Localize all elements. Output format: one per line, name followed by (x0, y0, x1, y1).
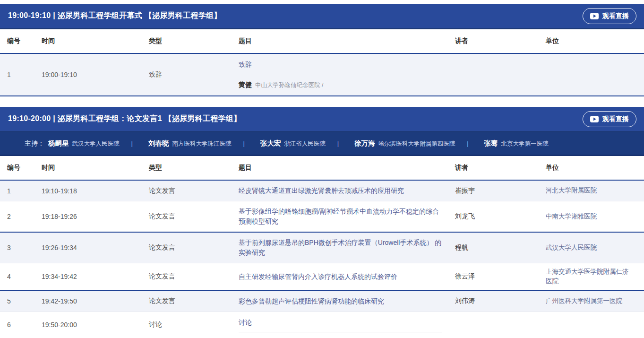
moderator-name: 张骞 (484, 139, 498, 147)
row-title[interactable]: 自主研发经输尿管肾内介入诊疗机器人系统的试验评价 (239, 273, 397, 280)
row-number: 4 (0, 273, 42, 280)
row-title-cell: 基于前列腺尿道悬吊的BPH微创手术治疗装置（Urowell手术系统） 的实验研究 (239, 233, 455, 263)
moderator-name: 刘春晓 (148, 139, 169, 147)
column-header: 单位 (546, 37, 644, 45)
play-video-icon (590, 13, 599, 19)
column-header: 类型 (149, 164, 239, 172)
table-row: 619:50-20:00讨论讨论 (0, 312, 644, 338)
row-type: 论文发言 (149, 212, 239, 221)
table-row: 119:00-19:10致辞致辞黄健中山大学孙逸仙纪念医院 / (0, 54, 644, 96)
row-title-cell: 致辞黄健中山大学孙逸仙纪念医院 / (239, 54, 455, 95)
row-number: 3 (0, 244, 42, 251)
moderators-bar: 主持：杨嗣星武汉大学人民医院|刘春晓南方医科大学珠江医院|张大宏浙江省人民医院|… (0, 132, 644, 156)
column-header: 讲者 (455, 37, 546, 45)
row-affiliation: 上海交通大学医学院附属仁济医院 (546, 263, 644, 290)
moderator-affiliation: 南方医科大学珠江医院 (172, 140, 231, 147)
row-speaker: 程帆 (455, 243, 546, 252)
row-type: 论文发言 (149, 243, 239, 252)
row-speaker: 徐云泽 (455, 272, 546, 281)
table-row: 419:34-19:42论文发言自主研发经输尿管肾内介入诊疗机器人系统的试验评价… (0, 263, 644, 291)
row-title-cell: 讨论 (239, 312, 455, 338)
table-row: 319:26-19:34论文发言基于前列腺尿道悬吊的BPH微创手术治疗装置（Ur… (0, 233, 644, 263)
row-affiliation (546, 321, 644, 329)
moderator-name: 杨嗣星 (48, 139, 69, 147)
moderator-name: 张大宏 (260, 139, 281, 147)
row-title-cell: 经皮肾镜大通道直出绿激光肾囊肿去顶减压术的应用研究 (239, 181, 455, 201)
moderator-separator: | (131, 140, 133, 147)
moderator-name: 徐万海 (354, 139, 375, 147)
program-page: 19:00-19:10 | 泌尿男科工程学组开幕式 【泌尿男科工程学组】观看直播… (0, 0, 644, 338)
session-card: 19:10-20:00 | 泌尿男科工程学组：论文发言1 【泌尿男科工程学组】观… (0, 107, 644, 338)
row-type: 致辞 (149, 70, 239, 79)
column-header: 讲者 (455, 164, 546, 172)
column-header: 类型 (149, 37, 239, 45)
row-title-cell: 彩色多普勒超声评估梗阻性肾病肾功能的临床研究 (239, 291, 455, 312)
session-title: 19:10-20:00 | 泌尿男科工程学组：论文发言1 【泌尿男科工程学组】 (8, 114, 241, 124)
row-type: 讨论 (149, 321, 239, 329)
moderators-label: 主持： (25, 139, 44, 148)
session-table: 编号时间类型题目讲者单位119:00-19:10致辞致辞黄健中山大学孙逸仙纪念医… (0, 29, 644, 96)
session-table: 编号时间类型题目讲者单位119:10-19:18论文发言经皮肾镜大通道直出绿激光… (0, 156, 644, 338)
row-number: 6 (0, 321, 42, 329)
row-affiliation: 中南大学湘雅医院 (546, 208, 644, 225)
moderator: 刘春晓南方医科大学珠江医院 (145, 139, 232, 148)
moderator: 张大宏浙江省人民医院 (257, 139, 326, 148)
watch-live-label: 观看直播 (602, 115, 629, 123)
session-title: 19:00-19:10 | 泌尿男科工程学组开幕式 【泌尿男科工程学组】 (8, 11, 222, 21)
column-header: 时间 (42, 164, 149, 172)
row-title[interactable]: 基于前列腺尿道悬吊的BPH微创手术治疗装置（Urowell手术系统） 的实验研究 (239, 239, 441, 256)
row-number: 5 (0, 297, 42, 305)
row-number: 1 (0, 187, 42, 195)
row-title[interactable]: 经皮肾镜大通道直出绿激光肾囊肿去顶减压术的应用研究 (239, 187, 404, 194)
moderator-separator: | (337, 140, 339, 147)
row-affiliation: 广州医科大学附属第一医院 (546, 293, 644, 310)
title-speaker-affiliation: 中山大学孙逸仙纪念医院 / (255, 82, 323, 88)
row-affiliation: 武汉大学人民医院 (546, 239, 644, 256)
row-time: 19:00-19:10 (42, 71, 149, 78)
row-affiliation: 河北大学附属医院 (546, 182, 644, 199)
row-number: 2 (0, 213, 42, 220)
row-title[interactable]: 彩色多普勒超声评估梗阻性肾病肾功能的临床研究 (239, 297, 384, 305)
row-number: 1 (0, 71, 42, 78)
column-header: 编号 (0, 164, 42, 172)
row-time: 19:34-19:42 (42, 273, 149, 280)
moderator: 徐万海哈尔滨医科大学附属第四医院 (351, 139, 455, 148)
moderator-affiliation: 北京大学第一医院 (501, 140, 549, 147)
row-title-cell: 自主研发经输尿管肾内介入诊疗机器人系统的试验评价 (239, 267, 455, 287)
row-time: 19:26-19:34 (42, 244, 149, 251)
session-header-bar: 19:10-20:00 | 泌尿男科工程学组：论文发言1 【泌尿男科工程学组】观… (0, 107, 644, 132)
play-video-icon (590, 116, 599, 122)
row-time: 19:18-19:26 (42, 213, 149, 220)
watch-live-button[interactable]: 观看直播 (583, 8, 636, 24)
table-row: 219:18-19:26论文发言基于影像组学的嗜铬细胞瘤/副神经节瘤术中血流动力… (0, 201, 644, 233)
column-header: 编号 (0, 37, 42, 45)
session-card: 19:00-19:10 | 泌尿男科工程学组开幕式 【泌尿男科工程学组】观看直播… (0, 4, 644, 96)
row-title-cell: 基于影像组学的嗜铬细胞瘤/副神经节瘤术中血流动力学不稳定的综合预测模型研究 (239, 201, 455, 232)
row-title[interactable]: 基于影像组学的嗜铬细胞瘤/副神经节瘤术中血流动力学不稳定的综合预测模型研究 (239, 208, 439, 225)
row-affiliation (546, 71, 644, 78)
table-row: 119:10-19:18论文发言经皮肾镜大通道直出绿激光肾囊肿去顶减压术的应用研… (0, 181, 644, 201)
row-title[interactable]: 讨论 (239, 317, 442, 332)
row-time: 19:10-19:18 (42, 187, 149, 195)
row-speaker: 刘龙飞 (455, 212, 546, 221)
moderator: 杨嗣星武汉大学人民医院 (44, 139, 120, 148)
moderator-separator: | (467, 140, 468, 147)
table-header-row: 编号时间类型题目讲者单位 (0, 156, 644, 181)
row-speaker: 崔振宇 (455, 187, 546, 195)
column-header: 题目 (239, 37, 455, 45)
title-divider (239, 332, 442, 332)
column-header: 单位 (546, 164, 644, 172)
row-type: 论文发言 (149, 272, 239, 281)
table-row: 519:42-19:50论文发言彩色多普勒超声评估梗阻性肾病肾功能的临床研究刘伟… (0, 291, 644, 312)
row-title[interactable]: 致辞 (239, 59, 442, 74)
table-header-row: 编号时间类型题目讲者单位 (0, 29, 644, 54)
session-header-bar: 19:00-19:10 | 泌尿男科工程学组开幕式 【泌尿男科工程学组】观看直播 (0, 4, 644, 29)
row-time: 19:42-19:50 (42, 297, 149, 305)
row-type: 论文发言 (149, 187, 239, 195)
watch-live-button[interactable]: 观看直播 (583, 111, 636, 127)
row-title-speakers: 黄健中山大学孙逸仙纪念医院 / (239, 74, 442, 90)
moderator-affiliation: 浙江省人民医院 (284, 140, 326, 147)
column-header: 题目 (239, 164, 455, 172)
row-type: 论文发言 (149, 297, 239, 305)
moderator-separator: | (243, 140, 244, 147)
